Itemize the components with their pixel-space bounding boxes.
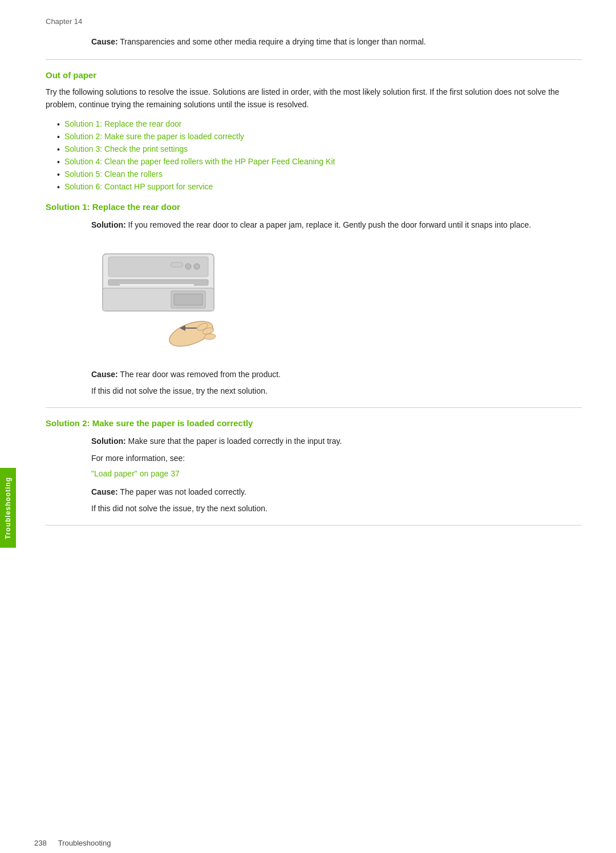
divider-3 — [46, 525, 582, 525]
cause-bold-top: Cause: — [91, 37, 118, 46]
svg-rect-4 — [171, 262, 183, 267]
list-item: Solution 4: Clean the paper feed rollers… — [57, 157, 582, 167]
solution2-bold: Solution: — [91, 436, 126, 446]
solution1-cause-bold: Cause: — [91, 370, 118, 379]
solution1-next: If this did not solve the issue, try the… — [91, 385, 582, 397]
chapter-label: Chapter 14 — [46, 17, 582, 26]
svg-point-3 — [194, 264, 200, 269]
solution-link-2[interactable]: Solution 2: Make sure the paper is loade… — [64, 132, 244, 141]
out-of-paper-heading: Out of paper — [46, 70, 582, 80]
footer: 238 Troubleshooting — [0, 833, 616, 853]
out-of-paper-section: Out of paper Try the following solutions… — [46, 70, 582, 192]
solution-link-5[interactable]: Solution 5: Clean the rollers — [64, 169, 163, 179]
solution2-cause: Cause: The paper was not loaded correctl… — [91, 486, 582, 498]
solution-link-3[interactable]: Solution 3: Check the print settings — [64, 144, 188, 153]
solution-link-4[interactable]: Solution 4: Clean the paper feed rollers… — [64, 157, 335, 166]
solution1-heading: Solution 1: Replace the rear door — [46, 202, 582, 212]
solution1-bold: Solution: — [91, 220, 126, 229]
cause-text-top: Transparencies and some other media requ… — [118, 37, 426, 46]
list-item: Solution 6: Contact HP support for servi… — [57, 182, 582, 192]
solution1-text: Solution: If you removed the rear door t… — [91, 219, 582, 231]
solution2-text: Solution: Make sure that the paper is lo… — [91, 435, 582, 447]
solution2-link-wrapper: "Load paper" on page 37 — [91, 467, 582, 480]
out-of-paper-intro: Try the following solutions to resolve t… — [46, 86, 582, 111]
page-content: Chapter 14 Cause: Transparencies and som… — [0, 0, 616, 570]
solution1-desc: If you removed the rear door to clear a … — [126, 220, 532, 229]
divider-1 — [46, 59, 582, 60]
solution-link-6[interactable]: Solution 6: Contact HP support for servi… — [64, 182, 213, 191]
solution1-cause: Cause: The rear door was removed from th… — [91, 368, 582, 381]
list-item: Solution 2: Make sure the paper is loade… — [57, 132, 582, 142]
solutions-list: Solution 1: Replace the rear door Soluti… — [57, 119, 582, 192]
list-item: Solution 1: Replace the rear door — [57, 119, 582, 129]
solution2-desc: Make sure that the paper is loaded corre… — [126, 436, 342, 446]
side-tab-label: Troubleshooting — [4, 477, 12, 539]
svg-rect-1 — [108, 257, 208, 277]
solution2-body: Solution: Make sure that the paper is lo… — [91, 435, 582, 515]
solution2-for-more: For more information, see: — [91, 452, 582, 464]
printer-svg — [91, 242, 228, 357]
solution2-next: If this did not solve the issue, try the… — [91, 502, 582, 515]
divider-2 — [46, 407, 582, 408]
solution2-cause-text: The paper was not loaded correctly. — [118, 487, 246, 496]
side-tab: Troubleshooting — [0, 468, 16, 548]
list-item: Solution 3: Check the print settings — [57, 144, 582, 154]
svg-rect-9 — [174, 294, 202, 305]
list-item: Solution 5: Clean the rollers — [57, 169, 582, 179]
solution1-body: Solution: If you removed the rear door t… — [91, 219, 582, 231]
solution-link-1[interactable]: Solution 1: Replace the rear door — [64, 119, 181, 128]
svg-point-2 — [185, 264, 191, 269]
solution2-cause-bold: Cause: — [91, 487, 118, 496]
cause-block-top: Cause: Transparencies and some other med… — [91, 36, 582, 48]
footer-page-number: 238 — [34, 839, 47, 847]
footer-label: Troubleshooting — [58, 839, 111, 847]
svg-rect-6 — [120, 284, 194, 286]
printer-illustration — [91, 242, 228, 357]
solution2-heading: Solution 2: Make sure the paper is loade… — [46, 418, 582, 428]
solution1-cause-block: Cause: The rear door was removed from th… — [91, 368, 582, 397]
load-paper-link[interactable]: "Load paper" on page 37 — [91, 469, 180, 478]
solution1-section: Solution 1: Replace the rear door Soluti… — [46, 202, 582, 397]
solution2-section: Solution 2: Make sure the paper is loade… — [46, 418, 582, 515]
solution1-cause-text: The rear door was removed from the produ… — [118, 370, 281, 379]
